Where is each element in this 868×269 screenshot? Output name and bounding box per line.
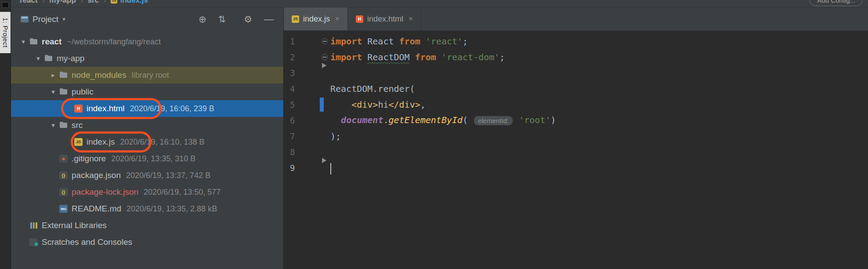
chevron-down-icon[interactable]: ▾ [47, 121, 59, 129]
code-token [410, 52, 415, 62]
tree-row-react[interactable]: ▾react~/webstorm/fangfang/react [11, 33, 283, 50]
code-token: from [399, 36, 420, 47]
chevron-down-icon[interactable]: ▾ [17, 38, 29, 46]
tree-row-my-app[interactable]: ▾my-app [11, 50, 283, 67]
code-token: <div> [351, 99, 378, 110]
code-token: import [330, 52, 362, 62]
file-name: .gitignore [72, 154, 106, 164]
locate-icon[interactable]: ⊕ [199, 15, 206, 24]
file-name: node_modules [72, 70, 127, 80]
file-name: External Libraries [42, 221, 107, 230]
chevron-down-icon[interactable]: ▾ [32, 55, 44, 62]
file-name: package-lock.json [72, 187, 138, 197]
fold-arrow-icon[interactable] [322, 63, 326, 68]
code-line-7[interactable]: 7); [284, 128, 868, 144]
js-file-icon: JS [74, 138, 83, 146]
code-line-4[interactable]: 4ReactDOM.render( [284, 81, 868, 97]
file-name: README.md [72, 204, 121, 214]
tab-index-html[interactable]: Hindex.html× [348, 7, 421, 30]
code-token: </div> [388, 99, 420, 110]
close-icon[interactable]: × [335, 15, 340, 23]
tree-row-index-js[interactable]: JSindex.js2020/6/19, 16:10, 138 B [11, 134, 283, 150]
tree-row-scratches-and-consoles[interactable]: Scratches and Consoles [11, 234, 283, 251]
gutter: 7 [284, 128, 330, 144]
breadcrumb-separator: › [43, 0, 45, 4]
code-token: document [341, 115, 383, 125]
html-file-icon: H [74, 105, 83, 113]
code-token [330, 99, 351, 110]
breadcrumb: react›my-app›src›JSindex.js [20, 0, 148, 5]
chevron-down-icon[interactable]: ▾ [47, 88, 59, 96]
code-line-3[interactable]: 3 [284, 65, 868, 81]
gutter: 1 [284, 33, 330, 49]
project-view-dropdown[interactable]: Project ▾ [21, 15, 65, 24]
html-file-icon: H [356, 15, 363, 23]
folder-icon [59, 121, 68, 129]
breadcrumb-separator: › [104, 0, 106, 4]
breadcrumb-item-index-js[interactable]: JSindex.js [111, 0, 148, 5]
code-line-5[interactable]: 5 <div>hi</div>, [284, 97, 868, 113]
text-caret [330, 163, 331, 174]
file-name: my-app [57, 54, 84, 63]
code-line-1[interactable]: 1import React from 'react'; [284, 33, 868, 49]
project-panel-header: Project ▾ ⊕⇅⚙— [11, 7, 283, 31]
gutter: 2 [284, 49, 330, 65]
code-token: ); [330, 131, 341, 142]
tree-row-gitignore[interactable]: ◆.gitignore2020/6/19, 13:35, 310 B [11, 150, 283, 167]
code-token: ReactDOM.render( [330, 84, 415, 94]
breadcrumb-item-react[interactable]: react [20, 0, 38, 5]
gutter: 6 [284, 113, 330, 128]
code-token: import [330, 36, 362, 47]
code-token: ( [463, 115, 473, 125]
code-line-6[interactable]: 6 document.getElementById( elementId: 'r… [284, 113, 868, 128]
settings-icon[interactable]: ⚙ [244, 15, 252, 24]
collapse-all-icon[interactable]: ⇅ [218, 15, 226, 24]
project-tool-window-tab[interactable]: 1: Project [0, 12, 11, 53]
code-token [362, 52, 367, 62]
code-text: ); [330, 128, 341, 144]
code-lines[interactable]: 1import React from 'react';2import React… [284, 31, 868, 269]
chevron-right-icon[interactable]: ▸ [47, 71, 59, 79]
file-name: src [72, 120, 83, 130]
tab-index-js[interactable]: JSindex.js× [284, 7, 348, 30]
code-token: 'react-dom' [441, 52, 499, 62]
breadcrumb-label: react [20, 0, 38, 5]
code-line-8[interactable]: 8 [284, 144, 868, 160]
tree-row-external-libraries[interactable]: External Libraries [11, 217, 283, 234]
code-token [436, 52, 441, 62]
tree-row-index-html[interactable]: Hindex.html2020/6/19, 16:06, 239 B [11, 100, 283, 117]
file-meta: 2020/6/19, 13:35, 310 B [111, 154, 195, 164]
gutter: 5 [284, 97, 330, 113]
code-text: document.getElementById( elementId: 'roo… [330, 112, 556, 129]
tree-row-node-modules[interactable]: ▸node_moduleslibrary root [11, 67, 283, 84]
hide-icon[interactable]: — [264, 15, 274, 24]
line-number: 8 [290, 144, 295, 160]
tree-row-readme-md[interactable]: MDREADME.md2020/6/19, 13:35, 2.88 kB [11, 200, 283, 217]
tool-window-icon[interactable] [2, 2, 9, 8]
file-meta: library root [132, 71, 169, 80]
tree-row-package-lock-json[interactable]: {}package-lock.json2020/6/19, 13:50, 577 [11, 184, 283, 200]
parameter-hint: elementId: [474, 116, 513, 125]
breadcrumb-item-my-app[interactable]: my-app [49, 0, 76, 5]
code-line-2[interactable]: 2import ReactDOM from 'react-dom'; [284, 49, 868, 65]
folder-icon [44, 55, 53, 62]
line-number: 1 [290, 33, 295, 49]
breadcrumb-item-src[interactable]: src [87, 0, 99, 5]
js-file-icon: JS [292, 15, 299, 23]
tree-row-public[interactable]: ▾public [11, 84, 283, 100]
tree-row-package-json[interactable]: {}package.json2020/6/19, 13:37, 742 B [11, 167, 283, 184]
file-meta: 2020/6/19, 13:37, 742 B [126, 171, 210, 180]
code-text [330, 160, 331, 176]
tree-row-src[interactable]: ▾src [11, 117, 283, 134]
app: 1: Project react›my-app›src›JSindex.js A… [0, 0, 868, 269]
close-icon[interactable]: × [409, 15, 413, 23]
code-line-9[interactable]: 9 [284, 160, 868, 176]
folder-icon [59, 71, 68, 79]
add-config-button[interactable]: Add Config... [810, 0, 863, 6]
fold-icon[interactable] [322, 38, 328, 44]
code-token: 'react' [426, 36, 463, 47]
file-name: Scratches and Consoles [42, 237, 132, 247]
file-name: index.js [87, 137, 115, 147]
fold-icon[interactable] [322, 54, 328, 60]
fold-arrow-icon[interactable] [322, 158, 326, 163]
